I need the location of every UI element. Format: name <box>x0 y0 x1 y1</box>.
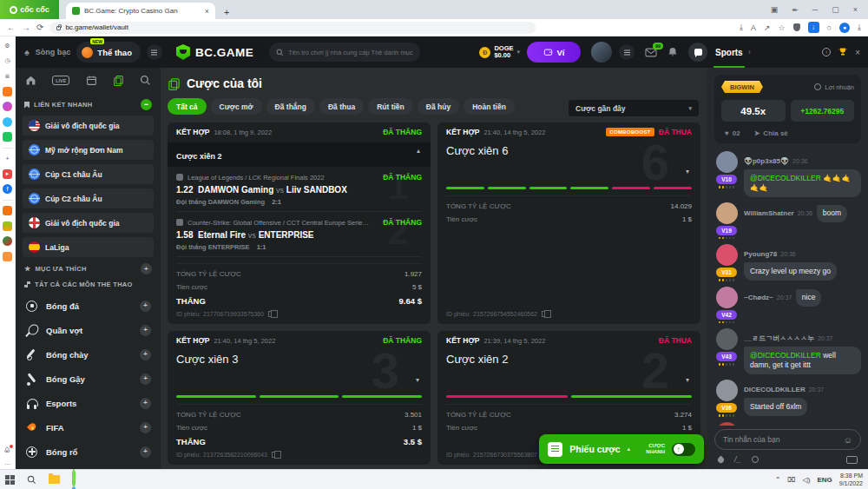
quick-link-item[interactable]: Mỹ mở rộng Đơn Nam <box>23 140 154 160</box>
volume-icon[interactable]: ◁) <box>803 476 811 484</box>
sport-item[interactable]: Bóng chày + <box>23 342 154 367</box>
quick-link-item[interactable]: Giải vô địch quốc gia <box>23 116 154 135</box>
notification-ring-icon[interactable]: ○ <box>827 23 832 32</box>
maximize-button[interactable]: ▢ <box>832 5 839 14</box>
copy-icon[interactable] <box>268 311 273 317</box>
strip-more-icon[interactable]: ⋯ <box>3 459 12 469</box>
sidebar-search-icon[interactable] <box>140 75 151 86</box>
quick-link-item[interactable]: Cúp C1 châu Âu <box>23 164 154 184</box>
chat-input-box[interactable]: ☺ <box>714 429 861 450</box>
panel-tab-sports[interactable]: Sports <box>715 36 743 68</box>
browser-tab[interactable]: BC.Game: Crypto Casino Gan × <box>66 3 215 19</box>
chat-avatar[interactable] <box>716 422 738 426</box>
chat-username[interactable]: Pyoung7820:36 <box>744 250 796 258</box>
file-explorer-icon[interactable] <box>49 475 60 484</box>
bcgame-logo[interactable]: BC.GAME <box>176 44 253 60</box>
bookmark-star-icon[interactable]: ☆ <box>779 23 786 32</box>
likes-button[interactable]: ♥ 02 <box>725 129 740 137</box>
tab-close-icon[interactable]: × <box>205 7 209 16</box>
chat-avatar[interactable] <box>716 287 738 308</box>
user-avatar[interactable] <box>591 42 612 63</box>
tray-chevron-icon[interactable]: ⌃ <box>775 476 781 484</box>
filter-pill[interactable]: Tất cả <box>168 98 207 115</box>
chat-username[interactable]: DICECOLDKILLER20:37 <box>744 386 824 393</box>
game-app-icon[interactable] <box>3 236 12 246</box>
start-button[interactable] <box>5 475 15 485</box>
strip-bell-icon[interactable]: 🕭 <box>3 446 11 454</box>
chat-avatar[interactable] <box>716 202 738 224</box>
coccoc-taskbar-icon[interactable] <box>72 471 76 489</box>
session-icon[interactable]: ↞ <box>792 5 799 14</box>
expand-sport-button[interactable]: + <box>140 373 151 385</box>
filter-pill[interactable]: Đã thua <box>319 98 364 115</box>
commands-icon[interactable]: /_ <box>734 455 741 464</box>
calendar-icon[interactable] <box>86 75 97 86</box>
forward-icon[interactable]: → <box>22 23 30 32</box>
chat-avatar[interactable] <box>716 151 738 173</box>
card-caret-icon[interactable] <box>686 376 689 384</box>
chat-input[interactable] <box>723 435 844 444</box>
sort-dropdown[interactable]: Cược gần đây ▾ <box>569 100 699 116</box>
bet-card[interactable]: KẾT HỢP 18:08, 1 thg 9, 2022 ĐÃ THẮNG Cư… <box>168 122 431 324</box>
copy-icon[interactable] <box>542 311 547 317</box>
quick-link-item[interactable]: LaLiga <box>23 237 154 257</box>
add-favorite-button[interactable]: + <box>141 263 152 274</box>
expand-sport-button[interactable]: + <box>140 446 151 458</box>
newsfeed-icon[interactable]: ≣ <box>3 71 12 81</box>
card-caret-icon[interactable] <box>686 168 689 175</box>
chat-avatar[interactable] <box>716 380 738 401</box>
chat-avatar[interactable] <box>716 328 738 350</box>
youtube-icon[interactable]: ▸ <box>3 169 12 179</box>
downloads-tray-icon[interactable]: ⤓ <box>858 23 861 32</box>
settings-gear-icon[interactable]: ⚙ <box>3 41 12 50</box>
chat-toggle-button[interactable] <box>688 43 707 62</box>
network-icon[interactable]: ⌧ <box>787 476 795 484</box>
chat-avatar[interactable] <box>716 244 738 266</box>
sport-item[interactable]: FIFA + <box>23 415 154 439</box>
twitter-icon[interactable] <box>3 117 12 127</box>
expand-sport-button[interactable]: + <box>140 398 151 409</box>
minimize-button[interactable]: ─ <box>812 5 818 14</box>
chat-mention[interactable]: @DICECOLDKILLER <box>750 351 821 360</box>
bet-card[interactable]: KẾT HỢP 21:40, 14 thg 5, 2022 COMBOBOOST… <box>437 122 700 324</box>
share-icon[interactable]: ↗ <box>764 23 771 32</box>
filter-pill[interactable]: Đã hủy <box>418 98 459 115</box>
keyboard-icon[interactable] <box>846 456 858 464</box>
copy-icon[interactable] <box>272 452 277 458</box>
quick-bet-toggle[interactable]: ↑ <box>672 443 695 456</box>
shop-app-icon[interactable] <box>3 206 12 215</box>
download-extension-icon[interactable]: ↓ <box>808 22 819 33</box>
search-input[interactable] <box>288 49 413 56</box>
bet-card[interactable]: KẾT HỢP 21:40, 14 thg 5, 2022 ĐÃ THẮNG C… <box>168 331 431 465</box>
gamepad-icon[interactable] <box>3 132 12 142</box>
profile-avatar[interactable]: ● <box>839 23 850 33</box>
nav-collapse-button[interactable] <box>147 44 162 60</box>
facebook-icon[interactable]: f <box>3 184 12 194</box>
balance-selector[interactable]: Ð DOGE $0.00 ▾ <box>479 45 520 60</box>
home-icon[interactable] <box>25 75 36 86</box>
info-icon[interactable]: i <box>822 48 831 56</box>
translate-icon[interactable]: A <box>751 23 756 32</box>
close-button[interactable]: × <box>853 5 858 14</box>
notifications-button[interactable] <box>667 47 678 57</box>
chat-mention[interactable]: @DICECOLDKILLER <box>750 174 821 182</box>
filter-pill[interactable]: Hoàn tiền <box>464 98 515 115</box>
sport-item[interactable]: Quần vợt + <box>23 318 154 342</box>
bigwin-card[interactable]: BIGWIN Lợi nhuận 49.5x +1262.76295 ♥ 02 … <box>714 75 861 143</box>
expand-sport-button[interactable]: + <box>140 349 151 360</box>
user-menu-button[interactable] <box>619 44 635 60</box>
card-caret-icon[interactable] <box>417 147 420 155</box>
share-button[interactable]: ➤ Chia sẻ <box>754 129 788 137</box>
capture-icon[interactable]: ▣ <box>771 5 779 14</box>
taskbar-clock[interactable]: 8:38 PM9/1/2022 <box>839 472 863 487</box>
card-caret-icon[interactable] <box>416 376 419 384</box>
quick-link-item[interactable]: Cúp C2 châu Âu <box>23 188 154 208</box>
add-shortcut-icon[interactable]: + <box>3 154 12 163</box>
sport-item[interactable]: Bóng Gậy + <box>23 367 154 391</box>
chat-username[interactable]: 👽p0p3x85👽20:36 <box>744 157 808 165</box>
messenger-icon[interactable] <box>3 102 12 111</box>
casino-tab[interactable]: Sòng bạc <box>36 48 71 56</box>
filter-pill[interactable]: Rút tiền <box>368 98 413 115</box>
reload-icon[interactable]: ⟳ <box>36 23 43 32</box>
url-field[interactable]: bc.game/wallet/vault <box>49 22 536 34</box>
